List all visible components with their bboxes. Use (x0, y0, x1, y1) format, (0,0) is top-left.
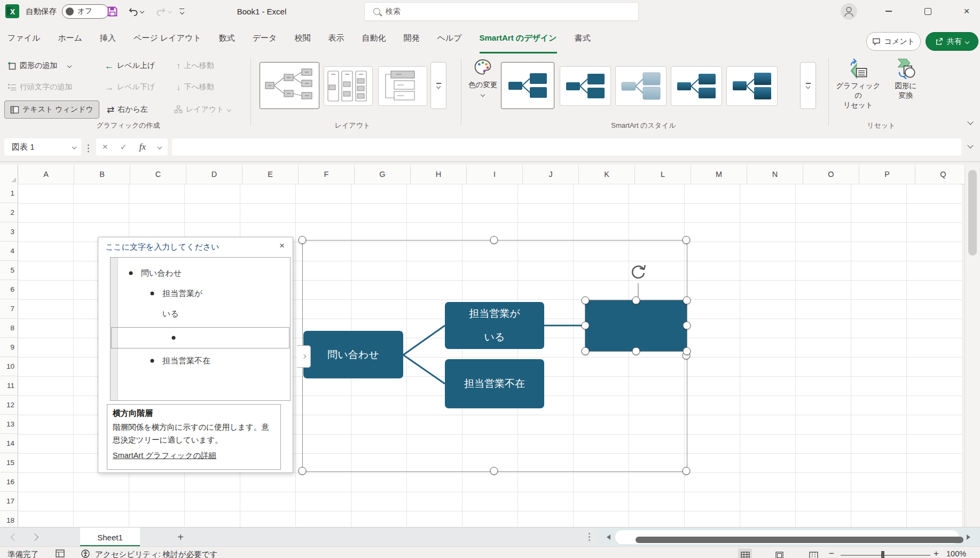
sheet-nav-prev-icon[interactable] (11, 533, 18, 541)
shape-handle[interactable] (632, 297, 640, 305)
redo-button[interactable] (156, 0, 171, 22)
tab-automate[interactable]: 自動化 (362, 22, 386, 53)
row-header[interactable]: 4 (0, 242, 18, 261)
column-header-i[interactable]: I (467, 165, 523, 184)
style-thumbnail-5[interactable] (726, 66, 778, 106)
column-header-d[interactable]: D (186, 165, 242, 184)
zoom-out-button[interactable]: − (829, 548, 834, 558)
column-header-c[interactable]: C (130, 165, 186, 184)
enter-icon[interactable]: ✓ (120, 142, 127, 152)
tab-view[interactable]: 表示 (328, 22, 344, 53)
text-pane-expand-tab[interactable] (297, 345, 311, 368)
sheet-nav-next-icon[interactable] (31, 533, 38, 541)
column-header-h[interactable]: H (411, 165, 467, 184)
column-header-b[interactable]: B (74, 165, 130, 184)
accessibility-icon[interactable] (81, 549, 90, 558)
row-header[interactable]: 3 (0, 222, 18, 242)
zoom-level[interactable]: 100% (946, 549, 966, 558)
close-button[interactable]: × (954, 0, 979, 22)
expand-formula-bar-icon[interactable] (967, 142, 973, 148)
style-thumbnail-3[interactable] (615, 66, 667, 106)
tab-home[interactable]: ホーム (58, 22, 82, 53)
row-header[interactable]: 12 (0, 396, 18, 415)
convert-to-shapes-button[interactable]: 図形に 変換 (885, 58, 926, 100)
page-layout-view-button[interactable] (772, 548, 786, 558)
row-header[interactable]: 9 (0, 338, 18, 357)
text-pane-toggle-button[interactable]: テキスト ウィンドウ (4, 100, 99, 119)
scroll-right-icon[interactable] (967, 534, 970, 540)
selection-handle[interactable] (299, 467, 307, 475)
promote-button[interactable]: ← レベル上げ (105, 57, 155, 75)
move-up-button[interactable]: ↑ 上へ移動 (176, 57, 214, 75)
row-header[interactable]: 15 (0, 453, 18, 472)
column-header-l[interactable]: L (635, 165, 691, 184)
shape-child-1[interactable]: 担当営業が いる (445, 302, 544, 349)
horizontal-scrollbar-thumb[interactable] (636, 537, 963, 543)
row-header[interactable]: 17 (0, 492, 18, 511)
rotate-handle-icon[interactable] (629, 263, 647, 281)
selection-handle[interactable] (299, 236, 307, 244)
normal-view-button[interactable] (738, 548, 752, 558)
row-header[interactable]: 5 (0, 261, 18, 280)
formula-bar-splitter[interactable] (88, 144, 89, 152)
accessibility-status[interactable]: アクセシビリティ: 検討が必要です (95, 549, 217, 558)
row-header[interactable]: 13 (0, 415, 18, 434)
zoom-slider-thumb[interactable] (881, 551, 884, 558)
layout-thumbnail-3[interactable] (378, 66, 427, 106)
shape-handle[interactable] (683, 322, 691, 330)
tab-insert[interactable]: 挿入 (100, 22, 116, 53)
save-icon[interactable] (107, 0, 118, 22)
name-box[interactable]: 図表 1 (4, 138, 81, 156)
smartart-details-link[interactable]: SmartArt グラフィックの詳細 (113, 451, 216, 461)
tab-bar-splitter[interactable] (589, 533, 590, 541)
list-item[interactable]: 担当営業が (162, 289, 202, 299)
layout-gallery-more-button[interactable] (430, 62, 446, 109)
vertical-scrollbar[interactable] (965, 165, 980, 527)
comments-button[interactable]: コメント (866, 32, 921, 51)
undo-button[interactable] (128, 0, 144, 22)
selection-handle[interactable] (683, 467, 691, 475)
shape-new-selected[interactable] (585, 300, 687, 351)
select-all-corner[interactable] (0, 165, 18, 184)
style-thumbnail-2[interactable] (560, 66, 611, 106)
add-bullet-button[interactable]: 行頭文字の追加 (7, 78, 72, 96)
column-header-o[interactable]: O (803, 165, 859, 184)
row-header[interactable]: 11 (0, 376, 18, 396)
right-to-left-button[interactable]: ⇄ 右から左 (107, 100, 148, 119)
add-sheet-button[interactable]: + (174, 531, 187, 544)
collapse-ribbon-icon[interactable] (967, 119, 973, 125)
vertical-scrollbar-thumb[interactable] (968, 170, 977, 255)
macro-record-icon[interactable] (56, 549, 65, 557)
search-input[interactable]: 検索 (364, 2, 639, 21)
style-thumbnail-selected[interactable] (501, 62, 554, 109)
fx-dropdown-icon[interactable] (158, 145, 162, 149)
layout-thumbnail-2[interactable] (324, 66, 373, 106)
page-break-view-button[interactable] (806, 548, 820, 558)
list-item[interactable]: 問い合わせ (141, 268, 182, 278)
add-shape-button[interactable]: 図形の追加 (7, 57, 71, 75)
selection-handle[interactable] (683, 236, 691, 244)
shape-handle[interactable] (582, 322, 590, 330)
tab-page-layout[interactable]: ページ レイアウト (134, 22, 201, 53)
tab-format[interactable]: 書式 (575, 22, 591, 53)
insert-function-icon[interactable]: fx (139, 142, 146, 152)
list-item[interactable]: 担当営業不在 (162, 356, 210, 366)
column-header-j[interactable]: J (523, 165, 579, 184)
column-header-k[interactable]: K (579, 165, 635, 184)
tab-developer[interactable]: 開発 (403, 22, 419, 53)
shape-handle[interactable] (582, 297, 590, 305)
tab-file[interactable]: ファイル (7, 22, 40, 53)
move-down-button[interactable]: ↓ 下へ移動 (176, 78, 214, 96)
text-pane-close-icon[interactable]: × (276, 240, 288, 252)
selection-handle[interactable] (490, 236, 498, 244)
zoom-slider-track[interactable] (841, 555, 930, 556)
row-header[interactable]: 10 (0, 357, 18, 376)
tab-data[interactable]: データ (253, 22, 277, 53)
zoom-in-button[interactable]: + (934, 548, 939, 558)
row-header[interactable]: 8 (0, 319, 18, 338)
tab-smartart-design[interactable]: SmartArt のデザイン (480, 22, 557, 53)
row-header[interactable]: 6 (0, 280, 18, 299)
autosave-toggle[interactable]: オフ (62, 0, 109, 22)
maximize-button[interactable] (915, 0, 940, 22)
column-header-a[interactable]: A (18, 165, 74, 184)
